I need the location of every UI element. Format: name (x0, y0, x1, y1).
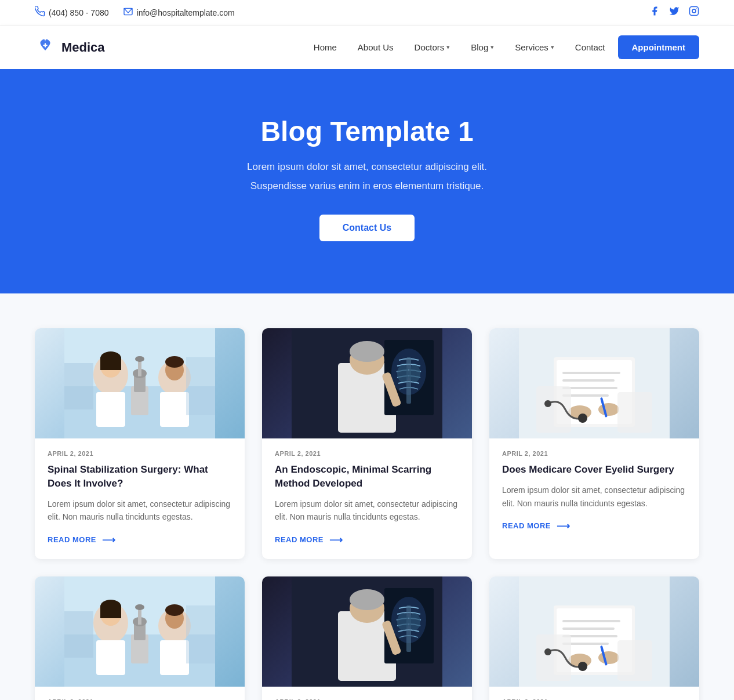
email-address: info@hospitaltemplate.com (137, 8, 235, 17)
doctors-chevron-icon: ▾ (446, 43, 450, 51)
read-more-link[interactable]: READ MORE ⟶ (48, 534, 232, 545)
blog-title: Spinal Stabilization Surgery: What Does … (48, 463, 232, 491)
blog-section: APRIL 2, 2021 Spinal Stabilization Surge… (0, 293, 734, 700)
svg-point-82 (598, 651, 619, 664)
topbar-contacts: (404) 850 - 7080 info@hospitaltemplate.c… (35, 6, 235, 19)
blog-title: Does Medicare Cover Eyelid Surgery (502, 463, 686, 477)
blog-card-image (35, 328, 245, 438)
phone-icon (35, 6, 45, 19)
svg-rect-63 (186, 605, 215, 663)
services-chevron-icon: ▾ (551, 43, 554, 51)
blog-card: APRIL 2, 2021 Spinal Stabilization Surge… (35, 576, 245, 700)
read-more-link[interactable]: READ MORE ⟶ (275, 534, 459, 545)
svg-point-87 (578, 662, 587, 671)
blog-card-body: APRIL 2, 2021 Does Medicare Cover Eyelid… (489, 438, 699, 545)
blog-excerpt: Lorem ipsum dolor sit amet, consectetur … (48, 498, 232, 524)
svg-point-19 (165, 356, 184, 368)
blog-excerpt: Lorem ipsum dolor sit amet, consectetur … (275, 498, 459, 524)
blog-date: APRIL 2, 2021 (48, 450, 232, 457)
svg-rect-14 (138, 360, 141, 376)
blog-card: APRIL 2, 2021 An Endoscopic, Minimal Sca… (262, 328, 472, 558)
svg-rect-28 (406, 357, 411, 404)
svg-point-3 (696, 8, 697, 9)
blog-excerpt: Lorem ipsum dolor sit amet, consectetur … (502, 484, 686, 510)
blog-date: APRIL 2, 2021 (502, 450, 686, 457)
blog-card-body: APRIL 2, 2021 Spinal Stabilization Surge… (35, 687, 245, 700)
header: Medica Home About Us Doctors ▾ Blog ▾ Se… (0, 26, 734, 69)
hero-section: Blog Template 1 Lorem ipsum dolor sit am… (0, 69, 734, 293)
blog-card-image (35, 576, 245, 687)
arrow-icon: ⟶ (102, 534, 116, 545)
social-links (649, 6, 699, 19)
blog-card: APRIL 2, 2021 Does Medicare Cover Eyelid… (489, 328, 699, 558)
svg-rect-56 (138, 608, 141, 625)
nav-home[interactable]: Home (306, 38, 345, 57)
blog-card: APRIL 2, 2021 Spinal Stabilization Surge… (35, 328, 245, 558)
blog-title: An Endoscopic, Minimal Scarring Method D… (275, 463, 459, 491)
nav-services[interactable]: Services ▾ (507, 38, 562, 57)
arrow-icon: ⟶ (329, 534, 343, 545)
svg-point-25 (350, 341, 384, 362)
email-contact: info@hospitaltemplate.com (123, 8, 235, 18)
hero-subtitle-2: Suspendisse varius enim in eros elementu… (35, 178, 699, 194)
read-more-label: READ MORE (275, 535, 324, 544)
svg-rect-49 (96, 640, 125, 675)
blog-card-image (489, 328, 699, 438)
svg-rect-21 (186, 357, 215, 415)
svg-rect-85 (617, 640, 652, 681)
svg-rect-78 (562, 628, 615, 630)
logo[interactable]: Medica (35, 35, 105, 60)
svg-rect-43 (617, 392, 652, 433)
svg-rect-62 (64, 611, 93, 658)
svg-rect-59 (160, 640, 189, 675)
nav-blog[interactable]: Blog ▾ (463, 38, 502, 57)
svg-rect-36 (562, 379, 615, 382)
topbar: (404) 850 - 7080 info@hospitaltemplate.c… (0, 0, 734, 26)
blog-card-body: APRIL 2, 2021 An Endoscopic, Minimal Sca… (262, 438, 472, 558)
read-more-link[interactable]: READ MORE ⟶ (502, 520, 686, 531)
svg-rect-20 (64, 363, 93, 409)
svg-point-86 (544, 648, 551, 655)
svg-point-30 (409, 365, 420, 382)
appointment-button[interactable]: Appointment (618, 35, 699, 59)
contact-us-button[interactable]: Contact Us (319, 215, 415, 241)
blog-grid: APRIL 2, 2021 Spinal Stabilization Surge… (35, 328, 699, 700)
svg-point-15 (135, 356, 144, 362)
svg-rect-17 (160, 392, 189, 427)
facebook-icon[interactable] (649, 6, 660, 19)
svg-point-45 (578, 414, 587, 423)
svg-point-40 (598, 403, 619, 416)
blog-card: APRIL 2, 2021 Does Medicare Cover Eyelid… (489, 576, 699, 700)
logo-icon (35, 35, 56, 60)
svg-point-61 (165, 604, 184, 616)
phone-contact: (404) 850 - 7080 (35, 6, 109, 19)
twitter-icon[interactable] (669, 6, 680, 19)
blog-card-body: APRIL 2, 2021 An Endoscopic, Minimal Sca… (262, 687, 472, 700)
svg-rect-7 (96, 392, 125, 427)
svg-rect-77 (562, 620, 620, 622)
svg-point-2 (692, 9, 696, 13)
svg-point-72 (409, 613, 420, 630)
hero-subtitle-1: Lorem ipsum dolor sit amet, consectetur … (35, 159, 699, 175)
main-nav: Home About Us Doctors ▾ Blog ▾ Services … (306, 35, 699, 59)
svg-point-57 (135, 604, 144, 610)
blog-card-body: APRIL 2, 2021 Does Medicare Cover Eyelid… (489, 687, 699, 700)
phone-number: (404) 850 - 7080 (49, 8, 109, 17)
nav-doctors[interactable]: Doctors ▾ (406, 38, 459, 57)
instagram-icon[interactable] (689, 6, 699, 19)
arrow-icon: ⟶ (557, 520, 571, 531)
blog-date: APRIL 2, 2021 (275, 450, 459, 457)
svg-point-29 (397, 365, 409, 382)
email-icon (123, 8, 133, 18)
svg-rect-35 (562, 372, 620, 374)
blog-card-image (262, 328, 472, 438)
blog-chevron-icon: ▾ (490, 43, 494, 51)
svg-point-44 (544, 400, 551, 407)
nav-about[interactable]: About Us (350, 38, 402, 57)
svg-rect-1 (690, 7, 699, 16)
svg-point-67 (350, 589, 384, 610)
hero-title: Blog Template 1 (35, 115, 699, 147)
blog-card-body: APRIL 2, 2021 Spinal Stabilization Surge… (35, 438, 245, 558)
blog-card: APRIL 2, 2021 An Endoscopic, Minimal Sca… (262, 576, 472, 700)
nav-contact[interactable]: Contact (567, 38, 613, 57)
